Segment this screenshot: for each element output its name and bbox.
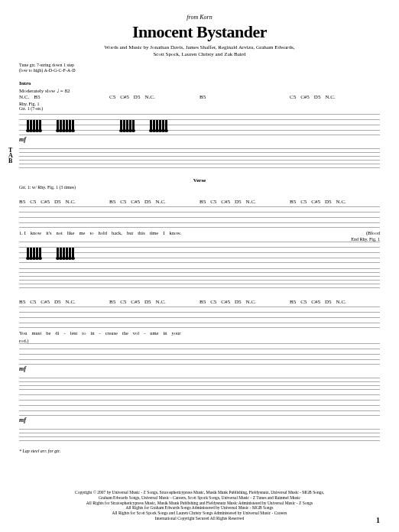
vocal-staff-2 xyxy=(19,307,380,328)
from-line: from Korn xyxy=(19,14,380,21)
page-number: 1 xyxy=(376,516,380,524)
verse-chords-2: B5C5C#5D5N.C. B5C5C#5D5N.C. B5C5C#5D5N.C… xyxy=(19,299,380,305)
tab-staff: T A B xyxy=(19,145,380,170)
sheet-header: from Korn Innocent Bystander Words and M… xyxy=(19,14,380,58)
dynamics-mf: mf xyxy=(19,136,380,143)
gtr-label: Gtr. 1 (7-str.) xyxy=(19,106,380,111)
credits: Words and Music by Jonathan Davis, James… xyxy=(19,44,380,58)
intro-label: Intro xyxy=(19,80,380,86)
credits-line1: Words and Music by Jonathan Davis, James… xyxy=(19,44,380,51)
tab-staff-2a xyxy=(19,375,380,390)
notation-staff xyxy=(19,114,380,135)
verse-gtr-note: Gtr. 1: w/ Rhy. Fig. 1 (3 times) xyxy=(19,185,380,190)
gtr-staff-2a xyxy=(19,343,380,365)
gtr-staff-2b xyxy=(19,394,380,416)
dynamics-mf-2a: mf xyxy=(19,365,380,372)
copyright-l3: All Rights for Stratosphericypress Music… xyxy=(19,501,380,506)
copyright-l5: All Rights for Scott Spock Songs and Lau… xyxy=(19,511,380,516)
verse-label: Verse xyxy=(19,177,380,183)
intro-chords: N.C.B5 C5C#5D5N.C. B5 C5C#5D5N.C. xyxy=(19,94,380,100)
verse-chords-1: B5C5C#5D5N.C. B5C5C#5D5N.C. B5C5C#5D5N.C… xyxy=(19,199,380,205)
lyrics-line-2: Youmustbedi-lenttoin-creasethevol-umeiny… xyxy=(19,330,380,336)
verse-system-1: B5C5C#5D5N.C. B5C5C#5D5N.C. B5C5C#5D5N.C… xyxy=(19,199,380,290)
copyright-l1: Copyright © 2007 by Universal Music - Z … xyxy=(19,490,380,495)
tab-staff-1 xyxy=(19,265,380,290)
tuning-info: Tune gtr. 7-string down 1 step (low to h… xyxy=(19,63,380,73)
tuning-line1: Tune gtr. 7-string down 1 step xyxy=(19,63,380,68)
copyright-l4: All Rights for Graham Edwards Songs Admi… xyxy=(19,505,380,511)
credits-line2: Scott Spock, Lauren Christy and Zak Bair… xyxy=(19,51,380,58)
intro-staff: mf T A B xyxy=(19,114,380,170)
song-title: Innocent Bystander xyxy=(19,22,380,42)
copyright-l2: Graham Edwards Songs, Universal Music - … xyxy=(19,495,380,501)
dynamics-mf-2b: mf xyxy=(19,417,380,423)
tuning-line2: (low to high) A-D-G-C-F-A-D xyxy=(19,68,380,73)
copyright-l6: International Copyright Secured All Righ… xyxy=(19,516,380,521)
tab-staff-2b xyxy=(19,426,380,441)
lyrics-line-1: 1. Iknowit'snotlikemetoholdback,butthist… xyxy=(19,230,380,235)
gtr-staff-1 xyxy=(19,242,380,263)
copyright-block: Copyright © 2007 by Universal Music - Z … xyxy=(19,490,380,521)
lyrics-line-2b: rod.) xyxy=(19,338,380,343)
footnote: * Lap steel arr. for gtr. xyxy=(19,449,380,453)
tempo-marking: Moderately slow ♩ = 82 xyxy=(19,88,380,94)
verse-system-2: B5C5C#5D5N.C. B5C5C#5D5N.C. B5C5C#5D5N.C… xyxy=(19,299,380,441)
vocal-staff-1 xyxy=(19,206,380,228)
